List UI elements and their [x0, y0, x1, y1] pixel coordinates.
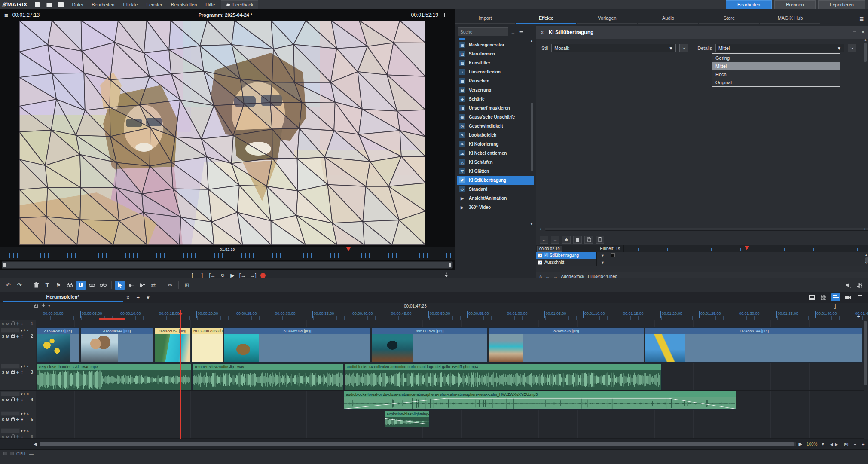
- video-clip[interactable]: 318594944.jpeg: [80, 327, 153, 363]
- collapse-up-icon[interactable]: «: [538, 275, 543, 278]
- scroll-down-icon[interactable]: ▼: [530, 222, 533, 226]
- mouse-mode-all-tracks-button[interactable]: [126, 281, 136, 290]
- media-pool-tab[interactable]: MAGIX Hub: [760, 13, 820, 24]
- dropdown-option[interactable]: Gering: [712, 54, 840, 62]
- feedback-button[interactable]: Feedback: [221, 0, 258, 9]
- zoom-level-value[interactable]: 100%: [805, 442, 819, 446]
- audio-clip[interactable]: explosion-blast-lightning-bolt...: [385, 411, 430, 427]
- track-name-field[interactable]: [1, 428, 20, 433]
- solo-button[interactable]: S: [2, 370, 4, 375]
- audio-clip[interactable]: audioblocks-forest-birds-close-ambience-…: [344, 391, 736, 410]
- track-curves-icon[interactable]: ÷: [21, 370, 23, 375]
- new-project-tab-icon[interactable]: +: [133, 294, 144, 301]
- mute-button[interactable]: M: [6, 322, 9, 326]
- effect-list-item[interactable]: ◫ Stanzformen: [457, 49, 534, 58]
- effect-list-item[interactable]: ▨ Kunstfilter: [457, 58, 534, 67]
- scroll-up-icon[interactable]: ▲: [865, 253, 868, 257]
- add-track-icon[interactable]: +: [24, 364, 26, 369]
- effect-list-item[interactable]: ◉ Gauss'sche Unschärfe: [457, 113, 534, 122]
- frame-forward-button[interactable]: [→: [239, 272, 246, 278]
- effect-list-item[interactable]: ✐ KI Stilübertragung: [457, 176, 534, 185]
- delete-track-icon[interactable]: ×: [27, 328, 29, 333]
- details-select[interactable]: Mittel ▼: [715, 44, 844, 52]
- track-size-icon[interactable]: ✛: [16, 322, 20, 326]
- track-curves-icon[interactable]: ÷: [21, 334, 23, 339]
- video-clip[interactable]: 245928057.jpeg: [154, 327, 190, 363]
- scrub-handle-right[interactable]: [449, 263, 451, 267]
- auto-scroll-icon[interactable]: [42, 303, 45, 308]
- delete-object-button[interactable]: [31, 281, 41, 290]
- redo-button[interactable]: ↷: [15, 281, 24, 290]
- object-zoom-button[interactable]: ⊞: [182, 281, 192, 290]
- group-button[interactable]: [87, 281, 97, 290]
- menu-item[interactable]: Effekte: [119, 1, 142, 9]
- lock-icon[interactable]: [34, 304, 38, 308]
- media-pool-tab[interactable]: Vorlagen: [577, 13, 637, 24]
- track-name-field[interactable]: [1, 391, 20, 396]
- add-track-icon[interactable]: +: [24, 412, 26, 416]
- mute-button[interactable]: M: [6, 370, 9, 375]
- track-dropdown-icon[interactable]: ▾: [21, 364, 23, 369]
- delete-track-icon[interactable]: ×: [27, 429, 29, 433]
- split-object-button[interactable]: ✂: [165, 281, 175, 290]
- effect-list-item[interactable]: ▽ KI Glätten: [457, 167, 534, 176]
- solo-button[interactable]: S: [2, 418, 4, 422]
- mixer-button[interactable]: [855, 281, 865, 290]
- track-size-icon[interactable]: ✛: [16, 418, 20, 422]
- copy-keyframe-button[interactable]: [584, 236, 593, 244]
- effect-list-item[interactable]: ☁ KI Nebel entfernen: [457, 149, 534, 158]
- keyframe-indicator[interactable]: [611, 253, 615, 257]
- expand-parameter-icon[interactable]: ▼: [596, 252, 608, 259]
- track-lock-icon[interactable]: [11, 323, 15, 325]
- track-size-icon[interactable]: ✛: [16, 334, 20, 339]
- menu-item[interactable]: Bearbeiten: [87, 1, 119, 9]
- ungroup-button[interactable]: [98, 281, 108, 290]
- scroll-left-icon[interactable]: ◀: [31, 441, 40, 447]
- project-list-dropdown-icon[interactable]: ▾: [143, 294, 153, 301]
- add-track-icon[interactable]: +: [24, 429, 26, 433]
- effect-list-item[interactable]: ⊞ Verzerrung: [457, 85, 534, 95]
- editor-scrollbar-horizontal[interactable]: ‹ ›: [540, 227, 865, 232]
- mute-button[interactable]: M: [6, 398, 9, 402]
- search-input[interactable]: Suche: [458, 27, 508, 36]
- new-project-icon[interactable]: [35, 2, 40, 7]
- menu-item[interactable]: Bereitstellen: [167, 1, 202, 9]
- track-lock-icon[interactable]: [11, 399, 15, 401]
- parameter-checkbox[interactable]: ✓: [538, 260, 542, 265]
- effect-list-item[interactable]: ◔ Linsenreflexion: [457, 67, 534, 76]
- track-size-icon[interactable]: ✛: [16, 435, 20, 439]
- preview-scrollbar[interactable]: [2, 261, 453, 269]
- effect-list-item[interactable]: ◷ Geschwindigkeit: [457, 122, 534, 131]
- expand-parameter-icon[interactable]: ▼: [596, 259, 608, 266]
- track-lock-icon[interactable]: [11, 436, 15, 438]
- title-editor-button[interactable]: T: [43, 281, 52, 290]
- next-keyframe-button[interactable]: →: [551, 236, 559, 244]
- menu-item[interactable]: Datei: [67, 1, 87, 9]
- track-lock-icon[interactable]: [11, 418, 15, 421]
- view-mode-storyboard-icon[interactable]: [819, 293, 828, 301]
- zoom-out-button[interactable]: −: [851, 442, 859, 447]
- marker-button[interactable]: ⚑: [54, 281, 63, 290]
- effect-list-item[interactable]: ✑ KI Kolorierung: [457, 140, 534, 149]
- keyframe-parameter-row[interactable]: ✓ Ausschnitt ▼: [536, 259, 868, 266]
- timeline-playhead-line[interactable]: [180, 310, 181, 439]
- timeline-scrollbar-vertical[interactable]: [864, 321, 867, 385]
- stil-keyframe-button[interactable]: ><: [679, 44, 688, 52]
- solo-button[interactable]: S: [2, 322, 4, 326]
- mode-button[interactable]: Exportieren: [818, 0, 865, 9]
- track-name-field[interactable]: [1, 411, 20, 416]
- delete-keyframe-button[interactable]: [573, 236, 582, 244]
- view-mode-timeline-icon[interactable]: [831, 293, 840, 301]
- media-pool-tab[interactable]: Effekte: [516, 13, 576, 24]
- keyframe-ruler[interactable]: [624, 245, 868, 252]
- add-track-icon[interactable]: +: [24, 392, 26, 396]
- delete-track-icon[interactable]: ×: [27, 364, 29, 369]
- add-keyframe-button[interactable]: ◆: [562, 236, 571, 244]
- mode-button[interactable]: Brennen: [774, 0, 816, 9]
- play-button[interactable]: ▶: [229, 272, 235, 278]
- loop-button[interactable]: ↻: [220, 272, 226, 278]
- close-editor-icon[interactable]: ×: [862, 29, 865, 35]
- preview-ruler[interactable]: 01:52:19: [0, 247, 455, 260]
- range-end-bracket[interactable]: ]: [834, 303, 836, 309]
- effect-list-item[interactable]: △ KI Schärfen: [457, 158, 534, 167]
